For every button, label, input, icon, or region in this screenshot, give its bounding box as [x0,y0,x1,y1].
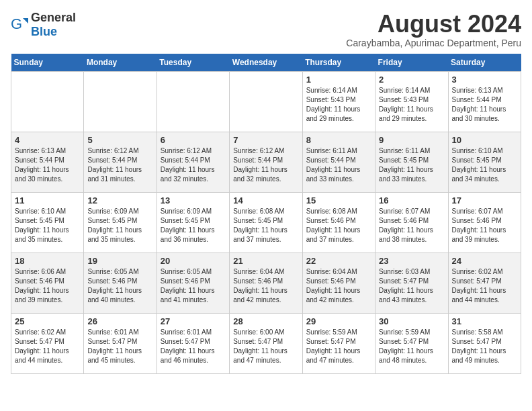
day-number: 25 [15,316,80,326]
calendar-week-row: 25Sunrise: 6:02 AM Sunset: 5:47 PM Dayli… [11,313,521,373]
day-number: 19 [87,256,152,266]
calendar-week-row: 11Sunrise: 6:10 AM Sunset: 5:45 PM Dayli… [11,192,521,253]
day-info: Sunrise: 5:59 AM Sunset: 5:47 PM Dayligh… [306,328,371,365]
calendar-cell: 3Sunrise: 6:13 AM Sunset: 5:44 PM Daylig… [448,71,521,132]
day-info: Sunrise: 6:12 AM Sunset: 5:44 PM Dayligh… [161,146,226,184]
day-info: Sunrise: 6:14 AM Sunset: 5:43 PM Dayligh… [306,86,371,124]
calendar-cell: 24Sunrise: 6:02 AM Sunset: 5:47 PM Dayli… [448,253,521,313]
calendar-cell: 30Sunrise: 5:59 AM Sunset: 5:47 PM Dayli… [375,313,448,373]
day-number: 31 [452,316,517,326]
calendar-header-day: Monday [84,54,157,72]
calendar-cell: 22Sunrise: 6:04 AM Sunset: 5:46 PM Dayli… [302,253,375,313]
day-number: 24 [452,256,517,266]
calendar-week-row: 18Sunrise: 6:06 AM Sunset: 5:46 PM Dayli… [11,253,521,313]
calendar-header-day: Tuesday [157,54,229,72]
calendar-cell: 31Sunrise: 5:58 AM Sunset: 5:47 PM Dayli… [448,313,521,373]
day-number: 3 [452,75,517,85]
calendar-header-day: Wednesday [230,54,302,72]
day-info: Sunrise: 6:11 AM Sunset: 5:44 PM Dayligh… [306,146,371,184]
calendar-cell: 19Sunrise: 6:05 AM Sunset: 5:46 PM Dayli… [84,253,157,313]
calendar-header-day: Thursday [302,54,375,72]
title-area: August 2024 Caraybamba, Apurimac Departm… [346,11,521,48]
day-number: 27 [161,316,226,326]
day-info: Sunrise: 6:11 AM Sunset: 5:45 PM Dayligh… [379,146,444,184]
day-number: 13 [161,195,226,205]
calendar-cell [230,71,302,132]
calendar-cell: 14Sunrise: 6:08 AM Sunset: 5:45 PM Dayli… [230,192,302,253]
day-number: 15 [306,195,371,205]
day-info: Sunrise: 5:59 AM Sunset: 5:47 PM Dayligh… [379,328,444,365]
day-info: Sunrise: 6:13 AM Sunset: 5:44 PM Dayligh… [15,146,80,184]
day-info: Sunrise: 6:02 AM Sunset: 5:47 PM Dayligh… [452,267,517,305]
day-info: Sunrise: 6:07 AM Sunset: 5:46 PM Dayligh… [379,207,444,244]
day-number: 28 [233,316,298,326]
logo-blue-text: Blue [31,25,57,38]
calendar-cell: 25Sunrise: 6:02 AM Sunset: 5:47 PM Dayli… [11,313,84,373]
day-info: Sunrise: 6:12 AM Sunset: 5:44 PM Dayligh… [87,146,152,184]
calendar-cell: 5Sunrise: 6:12 AM Sunset: 5:44 PM Daylig… [84,132,157,192]
day-number: 21 [233,256,298,266]
day-info: Sunrise: 5:58 AM Sunset: 5:47 PM Dayligh… [452,328,517,365]
day-number: 8 [306,135,371,145]
day-info: Sunrise: 6:12 AM Sunset: 5:44 PM Dayligh… [233,146,298,184]
day-info: Sunrise: 6:13 AM Sunset: 5:44 PM Dayligh… [452,86,517,124]
day-number: 7 [233,135,298,145]
day-info: Sunrise: 6:08 AM Sunset: 5:45 PM Dayligh… [233,207,298,244]
day-number: 20 [161,256,226,266]
svg-text:G: G [11,15,22,32]
calendar-cell: 8Sunrise: 6:11 AM Sunset: 5:44 PM Daylig… [302,132,375,192]
day-info: Sunrise: 6:04 AM Sunset: 5:46 PM Dayligh… [306,267,371,305]
day-number: 1 [306,75,371,85]
day-info: Sunrise: 6:09 AM Sunset: 5:45 PM Dayligh… [87,207,152,244]
calendar-cell: 28Sunrise: 6:00 AM Sunset: 5:47 PM Dayli… [230,313,302,373]
day-number: 23 [379,256,444,266]
day-number: 4 [15,135,80,145]
calendar-cell: 6Sunrise: 6:12 AM Sunset: 5:44 PM Daylig… [157,132,229,192]
calendar-cell: 11Sunrise: 6:10 AM Sunset: 5:45 PM Dayli… [11,192,84,253]
calendar-cell: 26Sunrise: 6:01 AM Sunset: 5:47 PM Dayli… [84,313,157,373]
logo: G General Blue [11,11,76,39]
calendar-cell: 10Sunrise: 6:10 AM Sunset: 5:45 PM Dayli… [448,132,521,192]
calendar-week-row: 1Sunrise: 6:14 AM Sunset: 5:43 PM Daylig… [11,71,521,132]
calendar-header-day: Saturday [448,54,521,72]
logo-general-text: General [31,11,76,24]
day-info: Sunrise: 6:04 AM Sunset: 5:46 PM Dayligh… [233,267,298,305]
calendar-cell: 2Sunrise: 6:14 AM Sunset: 5:43 PM Daylig… [375,71,448,132]
calendar-table: SundayMondayTuesdayWednesdayThursdayFrid… [11,54,521,374]
day-number: 16 [379,195,444,205]
day-info: Sunrise: 6:02 AM Sunset: 5:47 PM Dayligh… [15,328,80,365]
calendar-cell: 1Sunrise: 6:14 AM Sunset: 5:43 PM Daylig… [302,71,375,132]
calendar-cell [84,71,157,132]
day-info: Sunrise: 6:07 AM Sunset: 5:46 PM Dayligh… [452,207,517,244]
calendar-cell: 13Sunrise: 6:09 AM Sunset: 5:45 PM Dayli… [157,192,229,253]
calendar-cell: 29Sunrise: 5:59 AM Sunset: 5:47 PM Dayli… [302,313,375,373]
day-number: 10 [452,135,517,145]
calendar-header-day: Friday [375,54,448,72]
calendar-cell: 12Sunrise: 6:09 AM Sunset: 5:45 PM Dayli… [84,192,157,253]
day-number: 29 [306,316,371,326]
calendar-header-day: Sunday [11,54,84,72]
calendar-cell: 18Sunrise: 6:06 AM Sunset: 5:46 PM Dayli… [11,253,84,313]
header: G General Blue August 2024 Caraybamba, A… [11,11,521,48]
day-number: 11 [15,195,80,205]
day-info: Sunrise: 6:00 AM Sunset: 5:47 PM Dayligh… [233,328,298,365]
calendar-cell [11,71,84,132]
day-info: Sunrise: 6:06 AM Sunset: 5:46 PM Dayligh… [15,267,80,305]
day-number: 9 [379,135,444,145]
calendar-cell: 7Sunrise: 6:12 AM Sunset: 5:44 PM Daylig… [230,132,302,192]
svg-marker-1 [23,18,28,24]
day-number: 2 [379,75,444,85]
day-info: Sunrise: 6:10 AM Sunset: 5:45 PM Dayligh… [15,207,80,244]
day-info: Sunrise: 6:08 AM Sunset: 5:46 PM Dayligh… [306,207,371,244]
day-info: Sunrise: 6:05 AM Sunset: 5:46 PM Dayligh… [161,267,226,305]
calendar-cell: 9Sunrise: 6:11 AM Sunset: 5:45 PM Daylig… [375,132,448,192]
day-info: Sunrise: 6:01 AM Sunset: 5:47 PM Dayligh… [87,328,152,365]
calendar-cell: 21Sunrise: 6:04 AM Sunset: 5:46 PM Dayli… [230,253,302,313]
calendar-header: SundayMondayTuesdayWednesdayThursdayFrid… [11,54,521,72]
calendar-cell: 23Sunrise: 6:03 AM Sunset: 5:47 PM Dayli… [375,253,448,313]
calendar-cell: 20Sunrise: 6:05 AM Sunset: 5:46 PM Dayli… [157,253,229,313]
calendar-cell: 15Sunrise: 6:08 AM Sunset: 5:46 PM Dayli… [302,192,375,253]
day-number: 17 [452,195,517,205]
calendar-cell: 27Sunrise: 6:01 AM Sunset: 5:47 PM Dayli… [157,313,229,373]
day-number: 22 [306,256,371,266]
